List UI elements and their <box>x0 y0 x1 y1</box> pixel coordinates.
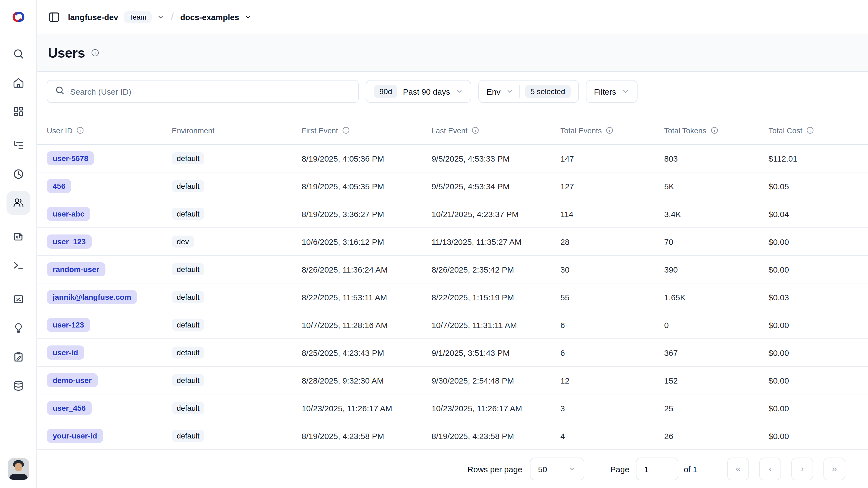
table-row[interactable]: jannik@langfuse.com default 8/22/2025, 1… <box>37 283 868 311</box>
user-id-badge[interactable]: user_123 <box>47 234 92 249</box>
total-cost-cell: $0.00 <box>769 320 868 329</box>
user-id-badge[interactable]: your-user-id <box>47 429 103 443</box>
user-id-badge[interactable]: user_456 <box>47 401 92 415</box>
chevron-down-icon <box>157 13 164 20</box>
column-label: Total Tokens <box>664 126 706 135</box>
sidebar-toggle-button[interactable] <box>48 10 60 23</box>
table-row[interactable]: user_123 dev 10/6/2025, 3:16:12 PM 11/13… <box>37 228 868 256</box>
last-event-cell: 9/5/2025, 4:53:33 PM <box>432 154 560 163</box>
table-row[interactable]: your-user-id default 8/19/2025, 4:23:58 … <box>37 422 868 450</box>
last-event-cell: 10/7/2025, 11:31:11 AM <box>432 320 560 329</box>
user-id-badge[interactable]: random-user <box>47 262 105 276</box>
environment-filter-button[interactable]: Env 5 selected <box>478 80 579 103</box>
search-icon <box>55 85 65 97</box>
user-id-badge[interactable]: user-5678 <box>47 151 94 165</box>
sidebar-icon-list <box>6 42 30 407</box>
sidebar-item-users[interactable] <box>6 191 30 215</box>
user-avatar[interactable] <box>7 458 29 480</box>
info-icon[interactable] <box>806 126 814 134</box>
total-cost-cell: $0.00 <box>769 403 868 413</box>
table-row[interactable]: user-5678 default 8/19/2025, 4:05:36 PM … <box>37 145 868 172</box>
total-events-cell: 12 <box>560 376 664 385</box>
last-event-cell: 10/21/2025, 4:23:37 PM <box>432 209 560 219</box>
rows-per-page-select[interactable]: 50 <box>530 458 584 480</box>
info-icon[interactable] <box>91 49 99 57</box>
first-event-cell: 8/19/2025, 4:05:35 PM <box>302 181 432 191</box>
table-row[interactable]: demo-user default 8/28/2025, 9:32:30 AM … <box>37 367 868 395</box>
table-row[interactable]: user-id default 8/25/2025, 4:23:43 PM 9/… <box>37 339 868 367</box>
next-page-button[interactable]: › <box>792 458 813 480</box>
env-selected-badge: 5 selected <box>525 85 571 98</box>
sidebar-item-tracing[interactable] <box>6 133 30 157</box>
first-page-button[interactable]: « <box>727 458 749 480</box>
sidebar-group <box>6 287 30 398</box>
environment-badge: default <box>172 374 204 386</box>
sidebar-item-datasets[interactable] <box>6 374 30 398</box>
last-event-cell: 11/13/2025, 11:35:27 AM <box>432 237 560 246</box>
column-header-last-event[interactable]: Last Event <box>432 126 560 135</box>
total-cost-cell: $0.00 <box>769 431 868 440</box>
column-label: Last Event <box>432 126 467 135</box>
column-header-user-id[interactable]: User ID <box>47 126 172 135</box>
environment-badge: default <box>172 319 204 331</box>
table-row[interactable]: 456 default 8/19/2025, 4:05:35 PM 9/5/20… <box>37 172 868 200</box>
previous-page-button[interactable]: ‹ <box>759 458 781 480</box>
page-number-input[interactable] <box>636 458 678 480</box>
langfuse-logo-icon[interactable] <box>10 9 26 25</box>
total-tokens-cell: 367 <box>664 348 769 357</box>
info-icon[interactable] <box>342 126 350 134</box>
info-icon[interactable] <box>606 126 614 134</box>
sidebar-item-evaluations[interactable] <box>6 316 30 340</box>
total-events-cell: 147 <box>560 154 664 163</box>
user-id-badge[interactable]: jannik@langfuse.com <box>47 290 137 304</box>
table-row[interactable]: random-user default 8/26/2025, 11:36:24 … <box>37 256 868 283</box>
total-cost-cell: $0.03 <box>769 292 868 302</box>
chevron-down-icon <box>506 88 514 95</box>
total-tokens-cell: 803 <box>664 154 769 163</box>
chevron-down-icon <box>568 465 576 473</box>
clock-icon <box>12 168 24 180</box>
table-row[interactable]: user-abc default 8/19/2025, 3:36:27 PM 1… <box>37 200 868 228</box>
environment-badge: default <box>172 263 204 275</box>
table-row[interactable]: user-123 default 10/7/2025, 11:28:16 AM … <box>37 311 868 339</box>
sidebar-item-search[interactable] <box>6 42 30 66</box>
environment-badge: default <box>172 402 204 414</box>
sidebar-item-playground[interactable] <box>6 254 30 278</box>
sidebar-item-scores[interactable] <box>6 287 30 311</box>
total-events-cell: 127 <box>560 181 664 191</box>
column-header-first-event[interactable]: First Event <box>302 126 432 135</box>
rows-per-page-value: 50 <box>538 464 547 473</box>
sidebar-item-prompts[interactable] <box>6 225 30 249</box>
sidebar-item-sessions[interactable] <box>6 162 30 186</box>
prompt-file-code-icon <box>12 231 24 242</box>
environment-badge: default <box>172 347 204 358</box>
user-id-badge[interactable]: user-abc <box>47 207 91 221</box>
user-id-badge[interactable]: user-id <box>47 345 84 360</box>
search-input[interactable] <box>70 87 350 96</box>
info-icon[interactable] <box>76 126 85 134</box>
sidebar-item-dashboards[interactable] <box>6 99 30 123</box>
total-events-cell: 114 <box>560 209 664 219</box>
user-id-badge[interactable]: demo-user <box>47 373 98 387</box>
env-filter-label: Env <box>487 87 501 96</box>
project-breadcrumb-button[interactable]: docs-examples <box>180 12 252 22</box>
table-row[interactable]: user_456 default 10/23/2025, 11:26:17 AM… <box>37 395 868 422</box>
column-header-total-cost[interactable]: Total Cost <box>769 126 868 135</box>
user-id-badge[interactable]: user-123 <box>47 318 90 332</box>
column-header-environment[interactable]: Environment <box>172 126 302 135</box>
sidebar-item-annotations[interactable] <box>6 345 30 369</box>
user-id-badge[interactable]: 456 <box>47 179 71 193</box>
org-breadcrumb-button[interactable]: langfuse-dev Team <box>68 10 164 23</box>
sidebar-item-home[interactable] <box>6 71 30 95</box>
total-tokens-cell: 5K <box>664 181 769 191</box>
info-icon[interactable] <box>471 126 479 134</box>
filters-button[interactable]: Filters <box>586 80 638 103</box>
info-icon[interactable] <box>710 126 718 134</box>
date-range-button[interactable]: 90d Past 90 days <box>366 80 471 103</box>
page-label: Page <box>610 464 629 473</box>
first-event-cell: 10/7/2025, 11:28:16 AM <box>302 320 432 329</box>
last-page-button[interactable]: » <box>824 458 845 480</box>
column-header-total-tokens[interactable]: Total Tokens <box>664 126 769 135</box>
first-event-cell: 8/28/2025, 9:32:30 AM <box>302 376 432 385</box>
column-header-total-events[interactable]: Total Events <box>560 126 664 135</box>
